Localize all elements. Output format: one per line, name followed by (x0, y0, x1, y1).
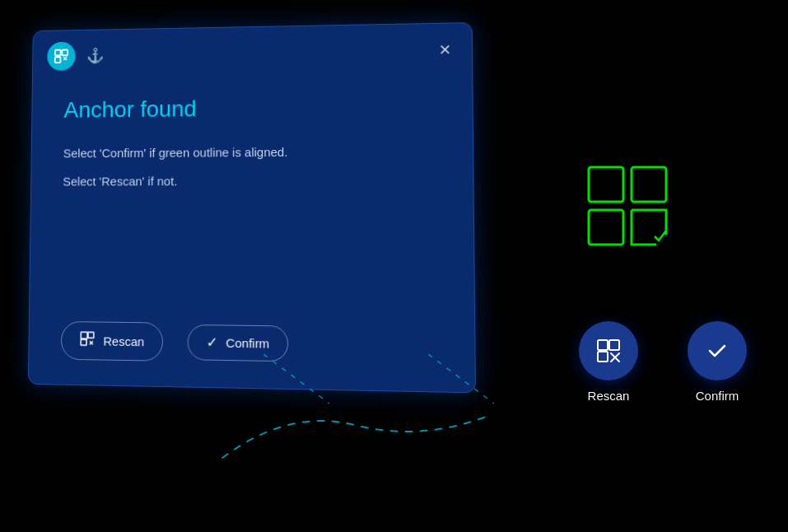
fab-rescan-item: Rescan (579, 321, 638, 403)
fab-rescan-button[interactable] (579, 321, 638, 380)
svg-rect-11 (598, 340, 608, 350)
panel-title-icon (47, 42, 76, 71)
svg-rect-3 (81, 332, 87, 338)
anchor-panel: ⚓ ✕ Anchor found Select 'Confirm' if gre… (28, 22, 476, 393)
confirm-button[interactable]: ✓ Confirm (187, 324, 288, 362)
fab-rescan-label: Rescan (588, 389, 630, 403)
fab-confirm-item: Confirm (688, 321, 747, 403)
floating-buttons-section: Rescan Confirm (579, 321, 747, 403)
rescan-button-label: Rescan (103, 334, 144, 349)
panel-titlebar: ⚓ ✕ (33, 23, 472, 82)
panel-title: Anchor found (63, 93, 438, 123)
anchor-visual (582, 161, 673, 251)
rescan-button[interactable]: Rescan (61, 321, 163, 362)
rescan-icon (79, 330, 96, 351)
confirm-button-label: Confirm (226, 336, 269, 351)
arc-decoration (206, 400, 502, 466)
svg-rect-13 (598, 352, 608, 362)
svg-rect-1 (62, 49, 68, 55)
panel-body: Select 'Confirm' if green outline is ali… (63, 140, 439, 193)
svg-rect-0 (55, 50, 61, 56)
panel-body-line1: Select 'Confirm' if green outline is ali… (63, 140, 439, 164)
svg-rect-7 (632, 167, 666, 202)
anchor-icon: ⚓ (86, 47, 104, 65)
close-button[interactable]: ✕ (432, 38, 456, 62)
fab-confirm-button[interactable] (688, 321, 747, 380)
svg-rect-6 (589, 167, 623, 202)
panel-body-line2: Select 'Rescan' if not. (63, 169, 439, 192)
panel-footer: Rescan ✓ Confirm (29, 305, 475, 393)
panel-content: Anchor found Select 'Confirm' if green o… (30, 76, 474, 309)
fab-confirm-label: Confirm (696, 389, 739, 403)
confirm-icon: ✓ (206, 334, 217, 351)
svg-rect-2 (55, 57, 61, 63)
svg-rect-5 (81, 339, 86, 345)
svg-rect-8 (589, 210, 623, 245)
svg-rect-4 (88, 332, 94, 338)
svg-rect-12 (609, 340, 619, 350)
